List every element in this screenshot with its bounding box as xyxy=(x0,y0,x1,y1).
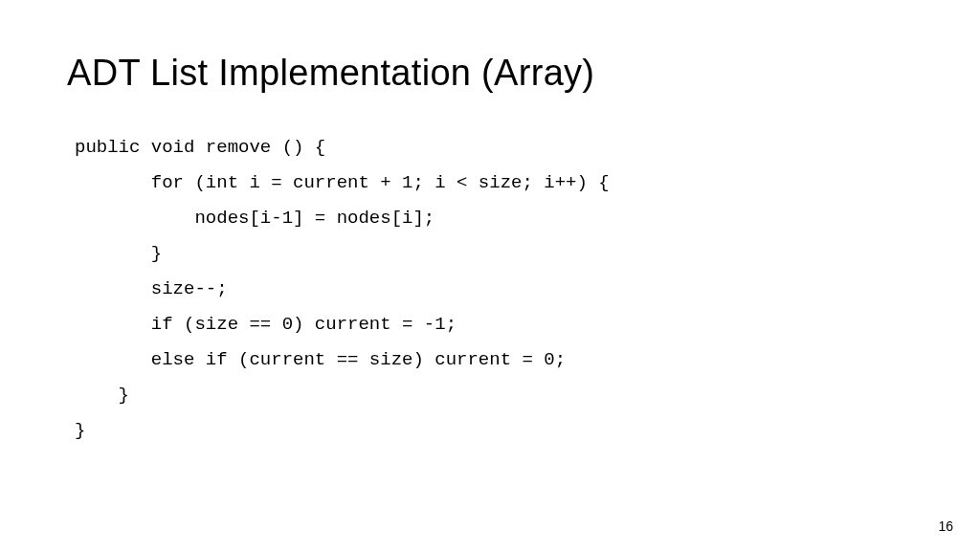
code-line: for (int i = current + 1; i < size; i++)… xyxy=(75,172,610,193)
code-line: nodes[i-1] = nodes[i]; xyxy=(75,208,434,229)
code-line: else if (current == size) current = 0; xyxy=(75,349,566,370)
code-block: public void remove () { for (int i = cur… xyxy=(75,130,913,449)
code-line: if (size == 0) current = -1; xyxy=(75,314,457,335)
code-line: } xyxy=(75,420,85,441)
code-line: } xyxy=(75,243,162,264)
code-line: } xyxy=(75,385,129,406)
code-line: public void remove () { xyxy=(75,137,325,158)
code-line: size--; xyxy=(75,278,228,299)
page-number: 16 xyxy=(938,518,953,534)
slide-container: ADT List Implementation (Array) public v… xyxy=(0,0,980,551)
slide-title: ADT List Implementation (Array) xyxy=(67,53,913,94)
